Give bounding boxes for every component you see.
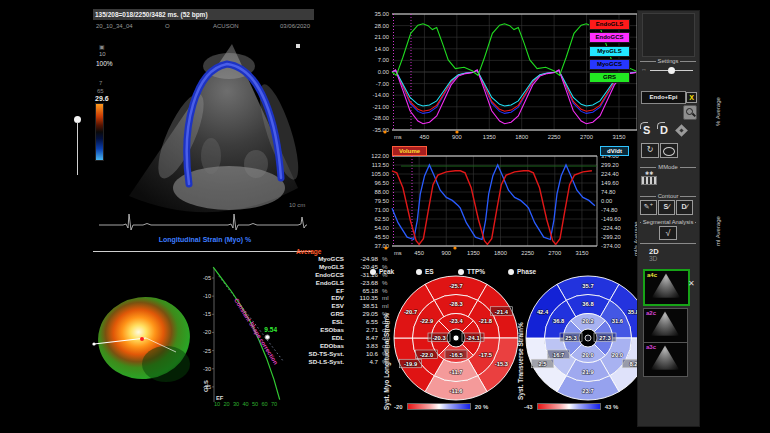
mode-button-Phase[interactable]: Phase [508,268,536,275]
svg-text:-299.20: -299.20 [601,234,621,240]
strain-chart-ylabel: % Average [715,97,721,126]
segment-value: 42.4 [537,309,549,315]
view-thumbnail-a2c[interactable]: a2c [643,308,688,343]
segment-value: 2.5 [539,361,548,367]
svg-text:-21.00: -21.00 [373,104,389,110]
segment-value: 36.8 [582,301,594,307]
bullseye-left-scale: -20 20 % [394,403,488,410]
freq-value: 10 [99,51,106,57]
endo-epi-field[interactable]: Endo+Epi [641,91,686,104]
thumbnail-label: a4c [647,272,657,278]
mode-label: Peak [379,268,394,275]
lv-parametric-render[interactable] [90,286,194,392]
legend-EndoGLS[interactable]: EndoGLS [589,19,630,30]
echo-sector-image [111,36,309,228]
ef-data-point[interactable] [265,335,269,339]
segment-value: -16.5 [449,352,463,358]
zoom-tool-button[interactable] [683,105,697,120]
radio-dot-icon [370,269,376,275]
view-thumbnail-a3c[interactable]: a3c [643,342,688,377]
segment-value: 20.2 [582,318,593,324]
segment-value: -20.7 [404,309,417,315]
scale-gradient [407,403,471,410]
stars-icon: ✱✱ [641,171,657,175]
svg-text:-74.80: -74.80 [601,207,617,213]
mode-label: TTP% [467,268,485,275]
view-thumbnail-a4c[interactable]: a4c [643,269,690,306]
legend-MyoGLS[interactable]: MyoGLS [589,46,630,57]
segment-value: 35.7 [582,283,593,289]
legend-EndoGCS[interactable]: EndoGCS [589,32,630,43]
radio-dot-icon [508,269,514,275]
dvdt-curve-tag[interactable]: dV/dt [600,146,629,156]
segment-value: -15.3 [495,361,509,367]
segment-value: -21.8 [479,318,493,324]
segmental-analysis-checkbox[interactable]: √ [659,226,677,240]
scale-min-label: -43 [524,404,533,410]
exam-info-row: 20_10_34_04 O ACUSON 03/06/2020 [93,21,312,31]
settings-slider-thumb[interactable] [668,67,675,74]
diamond-icon[interactable] [675,124,688,137]
segment-value: 27.3 [599,335,611,341]
legend-MyoGCS[interactable]: MyoGCS [589,59,630,70]
svg-text:1800: 1800 [515,134,528,140]
systole-marker-button[interactable]: S [643,124,650,136]
trace-tool-button[interactable]: ↻ [641,143,659,158]
exam-date: 03/06/2020 [280,21,310,31]
segment-value: 31.6 [612,318,624,324]
svg-text:450: 450 [414,250,424,256]
svg-text:-224.40: -224.40 [601,225,621,231]
svg-text:2250: 2250 [521,250,534,256]
svg-text:74.80: 74.80 [601,189,616,195]
endo-epi-checkbox[interactable]: X [686,92,697,103]
diastole-contour-button[interactable]: D∕ [676,200,693,215]
diastole-marker-button[interactable]: D [660,124,668,136]
systole-contour-button[interactable]: S∕ [658,200,675,215]
left-slider-track[interactable] [77,122,78,175]
svg-text:-20: -20 [203,329,211,335]
svg-text:450: 450 [420,134,430,140]
svg-text:88.00: 88.00 [374,189,389,195]
mode-button-ES[interactable]: ES [416,268,434,275]
ellipse-icon [663,147,675,156]
svg-text:-30: -30 [203,366,211,372]
svg-text:-7.00: -7.00 [376,81,389,87]
svg-text:40: 40 [242,401,248,407]
svg-text:-10: -10 [203,293,211,299]
mode-3d-button[interactable]: 3D [649,255,657,262]
svg-text:14.00: 14.00 [374,46,389,52]
svg-text:-25: -25 [203,348,211,354]
legend-GRS[interactable]: GRS [589,72,630,83]
svg-text:1350: 1350 [483,134,496,140]
segment-value: -22.0 [420,352,433,358]
depth-scale-label: 10 cm [289,202,305,208]
svg-text:105.00: 105.00 [371,171,389,177]
svg-text:149.60: 149.60 [601,180,619,186]
close-view-icon[interactable]: ✕ [688,279,695,288]
anatomical-mmode-button[interactable]: ✱✱ [641,171,657,184]
svg-text:2250: 2250 [548,134,561,140]
flag-label: O [165,21,170,31]
svg-text:71.00: 71.00 [374,207,389,213]
average-panel-title: Average [296,248,402,255]
average-row-MyoGCS: MyoGCS-24.98% [296,255,402,263]
segment-value: -11.7 [450,369,463,375]
segment-value: -11.6 [450,388,464,394]
apex-marker [140,337,144,341]
be-left-canvas: -25.7-21.4-15.3-11.6-19.9-20.7-28.3-21.8… [392,274,522,404]
volume-curve-tag[interactable]: Volume [392,146,427,156]
svg-text:28.00: 28.00 [374,23,389,29]
strain-colorbar [95,103,104,161]
ecg-trace [99,211,307,235]
mode-button-Peak[interactable]: Peak [370,268,394,275]
svg-text:54.00: 54.00 [374,225,389,231]
mode-button-TTP[interactable]: TTP% [458,268,485,275]
add-contour-button[interactable]: ✎⁺ [640,200,657,215]
svg-text:-28.00: -28.00 [373,115,389,121]
strain-ef-canvas: -05-10-15-20-25-30-3510203040506070Const… [194,254,306,424]
svg-text:21.00: 21.00 [374,34,389,40]
ellipse-tool-button[interactable] [660,143,678,158]
vendor-label: ACUSON [213,21,239,31]
ef-point-value: 9.54 [264,326,277,333]
svg-text:-149.60: -149.60 [601,216,621,222]
